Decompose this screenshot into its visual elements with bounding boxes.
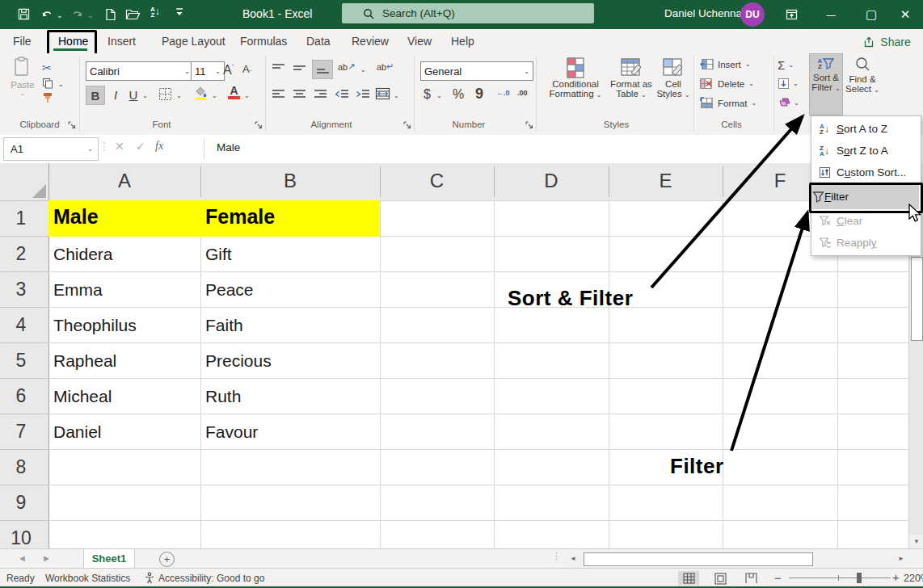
cell-B3[interactable]: Peace — [205, 280, 254, 300]
currency-caret[interactable]: ⌄ — [436, 92, 442, 99]
wrap-text-icon[interactable]: ab↵ — [377, 61, 394, 72]
sheet-nav-left-icon[interactable]: ◄ — [18, 553, 27, 563]
row-header-1[interactable]: 1 — [0, 208, 42, 229]
menu-item-sort-z-to-a[interactable]: ZA↓ Sort Z to A — [812, 140, 919, 162]
row-header-2[interactable]: 2 — [0, 243, 42, 265]
open-file-icon[interactable] — [125, 8, 141, 20]
cell-styles-button[interactable]: Cell Styles ⌄ — [655, 57, 692, 99]
font-name-select[interactable]: Calibri⌄ — [86, 61, 194, 81]
tab-file[interactable]: File — [10, 29, 35, 53]
menu-item-custom-sort[interactable]: Custom Sort... — [812, 162, 919, 183]
sort-az-qat-icon[interactable]: AZ↓ — [150, 6, 160, 20]
cell-A6[interactable]: Micheal — [53, 387, 112, 406]
paste-button[interactable]: Paste ⌄ — [8, 57, 37, 97]
number-format-select[interactable]: General⌄ — [420, 61, 533, 81]
borders-caret[interactable]: ⌄ — [176, 92, 182, 99]
underline-button[interactable]: U — [126, 86, 141, 103]
format-as-table-button[interactable]: Format as Table ⌄ — [608, 57, 655, 99]
merge-center-icon[interactable] — [375, 87, 390, 100]
ribbon-display-options-icon[interactable] — [786, 9, 798, 20]
tab-insert[interactable]: Insert — [104, 29, 139, 53]
minimize-button[interactable]: ─ — [815, 0, 847, 29]
number-dialog-launcher[interactable] — [525, 121, 533, 129]
cut-icon[interactable]: ✂ — [42, 61, 52, 74]
col-header-E[interactable]: E — [609, 170, 723, 192]
zoom-in-button[interactable]: + — [892, 570, 900, 584]
name-box[interactable]: A1 ⌄ — [3, 137, 99, 161]
font-size-select[interactable]: 11⌄ — [191, 61, 225, 81]
maximize-button[interactable]: ▢ — [855, 0, 887, 29]
cell-A7[interactable]: Daniel — [53, 422, 102, 442]
font-color-caret[interactable]: ⌄ — [244, 92, 250, 99]
row-header-3[interactable]: 3 — [0, 279, 42, 300]
account-name[interactable]: Daniel Uchenna — [664, 7, 742, 19]
vertical-scrollbar-thumb[interactable] — [911, 257, 923, 341]
zoom-slider-track[interactable] — [789, 578, 891, 578]
row-header-7[interactable]: 7 — [0, 421, 42, 443]
underline-caret[interactable]: ⌄ — [142, 92, 148, 99]
cell-A1[interactable]: Male — [53, 205, 99, 229]
insert-cells-button[interactable]: Insert ⌄ — [700, 58, 750, 70]
customize-qat-icon[interactable] — [175, 6, 184, 18]
merge-caret[interactable]: ⌄ — [394, 92, 399, 99]
select-all-corner[interactable] — [0, 163, 49, 201]
increase-indent-icon[interactable] — [356, 89, 370, 100]
page-break-view-button[interactable] — [740, 571, 761, 586]
font-color-icon[interactable]: A — [228, 86, 240, 99]
share-button[interactable]: Share — [859, 32, 916, 52]
bold-button[interactable]: B — [86, 86, 105, 105]
page-layout-view-button[interactable] — [710, 571, 731, 586]
format-cells-button[interactable]: Format ⌄ — [700, 97, 757, 109]
fill-color-caret[interactable]: ⌄ — [212, 92, 217, 99]
percent-icon[interactable]: % — [453, 87, 464, 102]
delete-cells-button[interactable]: Delete ⌄ — [700, 78, 754, 90]
increase-decimal-icon[interactable]: ←.0 — [496, 89, 510, 97]
comma-style-icon[interactable]: 9 — [475, 86, 483, 103]
cell-A5[interactable]: Rapheal — [53, 351, 116, 371]
decrease-decimal-icon[interactable]: .00 — [517, 89, 528, 97]
conditional-formatting-button[interactable]: Conditional Formatting ⌄ — [546, 57, 605, 99]
add-sheet-button[interactable]: + — [159, 552, 175, 567]
cell-B7[interactable]: Favour — [205, 422, 258, 442]
fill-color-icon[interactable] — [194, 86, 209, 101]
autosum-button[interactable]: Σ ⌄ — [778, 58, 794, 72]
clipboard-dialog-launcher[interactable] — [68, 121, 76, 129]
alignment-dialog-launcher[interactable] — [403, 121, 411, 129]
find-select-button[interactable]: Find & Select ⌄ — [844, 53, 881, 114]
align-center-icon[interactable] — [293, 89, 306, 100]
search-box[interactable]: Search (Alt+Q) — [342, 3, 594, 23]
hscroll-right-icon[interactable]: ► — [894, 551, 908, 566]
col-header-A[interactable]: A — [48, 170, 200, 192]
cell-B2[interactable]: Gift — [205, 245, 232, 264]
align-middle-icon[interactable] — [293, 63, 306, 74]
row-header-10[interactable]: 10 — [0, 527, 42, 549]
save-icon[interactable] — [18, 8, 30, 20]
scroll-down-icon[interactable]: ▼ — [909, 535, 923, 548]
col-header-D[interactable]: D — [494, 170, 609, 192]
cell-A4[interactable]: Theophilus — [53, 316, 137, 335]
format-painter-icon[interactable] — [42, 92, 54, 104]
cell-B4[interactable]: Faith — [205, 316, 243, 335]
zoom-slider-thumb[interactable] — [857, 573, 862, 583]
cell-B6[interactable]: Ruth — [205, 387, 241, 406]
font-dialog-launcher[interactable] — [255, 121, 263, 129]
tab-data[interactable]: Data — [303, 29, 334, 53]
formula-content[interactable]: Male — [217, 141, 240, 153]
sort-filter-button[interactable]: AZ Sort & Filter ⌄ — [809, 53, 843, 116]
clear-button[interactable]: ⌄ — [778, 97, 799, 108]
fill-button[interactable]: ⌄ — [778, 78, 799, 90]
zoom-out-button[interactable]: − — [774, 571, 782, 585]
copy-icon[interactable] — [42, 78, 53, 89]
decrease-indent-icon[interactable] — [335, 89, 349, 100]
italic-button[interactable]: I — [108, 86, 123, 103]
menu-item-sort-a-to-z[interactable]: AZ↓ Sort A to Z — [812, 118, 919, 140]
cell-A2[interactable]: Chidera — [53, 245, 113, 264]
workbook-statistics[interactable]: Workbook Statistics — [45, 573, 130, 584]
row-header-5[interactable]: 5 — [0, 350, 42, 372]
horizontal-scrollbar-thumb[interactable] — [584, 552, 813, 566]
align-top-icon[interactable] — [272, 63, 285, 74]
tab-formulas[interactable]: Formulas — [237, 29, 290, 53]
new-file-icon[interactable] — [105, 8, 116, 21]
orientation-caret[interactable]: ⌄ — [360, 66, 366, 74]
align-right-icon[interactable] — [314, 89, 327, 100]
